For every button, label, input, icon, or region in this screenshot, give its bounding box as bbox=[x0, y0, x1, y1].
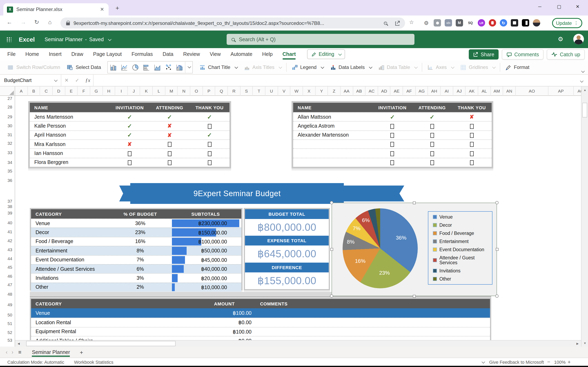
column-header-aa[interactable]: AA bbox=[341, 86, 353, 96]
share-icon[interactable] bbox=[394, 20, 400, 26]
legend-item-attendee-guest-services[interactable]: Attendee / Guest Services bbox=[433, 255, 492, 265]
guest-mark-cell[interactable] bbox=[412, 123, 452, 129]
guest-mark-cell[interactable] bbox=[373, 123, 412, 129]
bookmark-star-icon[interactable]: ☆ bbox=[409, 19, 414, 25]
column-header-w[interactable]: W bbox=[291, 86, 303, 96]
checkbox-icon[interactable] bbox=[208, 151, 211, 156]
budget-row-invitations[interactable]: Invitations3%฿20,000.00 bbox=[31, 273, 241, 283]
column-header-b[interactable]: B bbox=[27, 86, 40, 96]
budget-summary[interactable]: BUDGET TOTAL ฿800,000.00 EXPENSE TOTAL ฿… bbox=[244, 208, 330, 290]
scroll-right-icon[interactable]: ▶ bbox=[576, 342, 579, 345]
forward-icon[interactable]: → bbox=[20, 19, 26, 25]
horizontal-scroll-thumb[interactable] bbox=[26, 341, 176, 346]
column-header-af[interactable]: AF bbox=[403, 86, 415, 96]
guest-mark-cell[interactable] bbox=[412, 160, 452, 165]
chart-handle-mid-right[interactable] bbox=[495, 248, 498, 251]
guest-row-mira-karlsson[interactable]: Mira Karlsson✘ bbox=[30, 140, 229, 149]
guest-row-blank[interactable] bbox=[293, 140, 492, 149]
guest-mark-cell[interactable] bbox=[373, 150, 412, 156]
extension-camera-icon[interactable] bbox=[434, 19, 441, 26]
banner-title[interactable]: 9Expert Seminar Budget bbox=[130, 183, 344, 204]
row-header-53[interactable]: 53 bbox=[8, 337, 12, 343]
checkbox-icon[interactable] bbox=[430, 142, 434, 147]
extension-sq-icon[interactable]: SQ bbox=[467, 19, 474, 26]
chart-handle-mid-left[interactable] bbox=[330, 248, 333, 251]
guest-mark-cell[interactable]: ✘ bbox=[150, 123, 190, 129]
chart-handle-bottom-mid[interactable] bbox=[413, 295, 416, 298]
guest-mark-cell[interactable]: ✘ bbox=[150, 132, 190, 138]
guest-mark-cell[interactable]: ✓ bbox=[412, 114, 452, 120]
ribbon-tab-chart[interactable]: Chart bbox=[278, 48, 301, 60]
column-header-r[interactable]: R bbox=[228, 86, 240, 96]
row-header-36[interactable]: 36 bbox=[8, 177, 12, 184]
browser-tab[interactable]: X Seminar Planner.xlsx ✕ bbox=[3, 3, 109, 16]
guest-mark-cell[interactable] bbox=[190, 160, 229, 165]
column-header-x[interactable]: X bbox=[303, 86, 315, 96]
guest-row-jens-martensson[interactable]: Jens Martensson✓✓✓ bbox=[30, 112, 229, 121]
window-maximize-button[interactable]: ▢ bbox=[557, 4, 561, 9]
switch-row-column-button[interactable]: Switch Row/Column bbox=[4, 62, 63, 73]
row-header-30[interactable]: 30 bbox=[8, 122, 12, 129]
chart-handle-bottom-left[interactable] bbox=[330, 294, 333, 298]
column-header-ah[interactable]: AH bbox=[428, 86, 441, 96]
window-close-button[interactable]: ✕ bbox=[576, 4, 579, 9]
legend-item-invitations[interactable]: Invitations bbox=[433, 268, 492, 273]
axis-titles-button[interactable]: Axis Titles bbox=[241, 62, 285, 73]
checkbox-icon[interactable] bbox=[390, 124, 394, 129]
column-header-z[interactable]: Z bbox=[328, 86, 341, 96]
sheet-next-icon[interactable]: › bbox=[12, 349, 13, 355]
guest-mark-cell[interactable] bbox=[412, 132, 452, 138]
column-header-t[interactable]: T bbox=[253, 86, 265, 96]
column-header-s[interactable]: S bbox=[240, 86, 253, 96]
guest-mark-cell[interactable] bbox=[452, 141, 492, 147]
window-minimize-button[interactable]: ─ bbox=[538, 4, 541, 9]
column-header-q[interactable]: Q bbox=[215, 86, 228, 96]
column-header-i[interactable]: I bbox=[115, 86, 128, 96]
guest-table-left[interactable]: NAMEINVITIATIONATTENDINGTHANK YOUJens Ma… bbox=[28, 101, 231, 168]
guest-mark-cell[interactable] bbox=[190, 141, 229, 147]
line-chart-type-icon[interactable] bbox=[119, 62, 130, 73]
legend-item-venue[interactable]: Venue bbox=[433, 215, 492, 219]
extension-m-icon[interactable]: M bbox=[456, 19, 463, 26]
guest-table-right[interactable]: NAMEINVITIATIONATTENDINGTHANK YOUAllan M… bbox=[292, 101, 493, 168]
column-header-c[interactable]: C bbox=[40, 86, 53, 96]
legend-button[interactable]: Legend bbox=[288, 62, 327, 73]
column-header-a[interactable]: A bbox=[15, 86, 27, 96]
guest-mark-cell[interactable]: ✘ bbox=[110, 141, 150, 147]
reload-icon[interactable]: ↻ bbox=[34, 19, 39, 25]
row-header-48[interactable]: 48 bbox=[8, 291, 12, 297]
chart-handle-top-mid[interactable] bbox=[413, 201, 416, 204]
guest-mark-cell[interactable]: ✓ bbox=[110, 114, 150, 120]
vertical-scrollbar[interactable]: ▲ ▼ bbox=[581, 86, 588, 347]
enter-check-icon[interactable]: ✓ bbox=[72, 77, 82, 83]
checkbox-icon[interactable] bbox=[430, 160, 434, 165]
row-header-28[interactable]: 28 bbox=[8, 104, 12, 110]
calculation-mode[interactable]: Calculation Mode: Automatic bbox=[7, 359, 64, 364]
expense-total-value[interactable]: ฿645,000.00 bbox=[245, 246, 329, 263]
guest-mark-cell[interactable] bbox=[412, 141, 452, 147]
checkbox-icon[interactable] bbox=[470, 142, 474, 147]
ribbon-tab-insert[interactable]: Insert bbox=[44, 48, 67, 60]
format-button[interactable]: Format bbox=[502, 62, 533, 73]
row-header-40[interactable]: 40 bbox=[8, 219, 12, 226]
row-header-31[interactable]: 31 bbox=[8, 131, 12, 138]
ribbon-tab-data[interactable]: Data bbox=[158, 48, 178, 60]
checkbox-icon[interactable] bbox=[208, 160, 211, 165]
url-text[interactable]: 9expertcoth-my.sharepoint.com/:x:/r/pers… bbox=[73, 20, 384, 26]
select-all-corner[interactable] bbox=[0, 86, 15, 96]
formula-bar-expand-icon[interactable] bbox=[578, 77, 588, 84]
guest-mark-cell[interactable] bbox=[452, 123, 492, 129]
axes-button[interactable]: Axes bbox=[424, 62, 457, 73]
function-icon[interactable]: ƒx bbox=[82, 77, 93, 83]
checkbox-icon[interactable] bbox=[128, 160, 131, 165]
budget-row-attendee-guest-services[interactable]: Attendee / Guest Services6%฿40,000.00 bbox=[31, 264, 241, 273]
row-header-46[interactable]: 46 bbox=[8, 273, 12, 279]
row-header-52[interactable]: 52 bbox=[8, 329, 12, 336]
column-header-p[interactable]: P bbox=[203, 86, 215, 96]
workbook-statistics[interactable]: Workbook Statistics bbox=[74, 359, 113, 364]
row-header-43[interactable]: 43 bbox=[8, 246, 12, 253]
combo-chart-type-icon[interactable] bbox=[174, 62, 185, 73]
gridlines-button[interactable]: Gridlines bbox=[457, 62, 498, 73]
gallery-dropdown-icon[interactable] bbox=[185, 62, 192, 73]
row-header-45[interactable]: 45 bbox=[8, 264, 12, 270]
